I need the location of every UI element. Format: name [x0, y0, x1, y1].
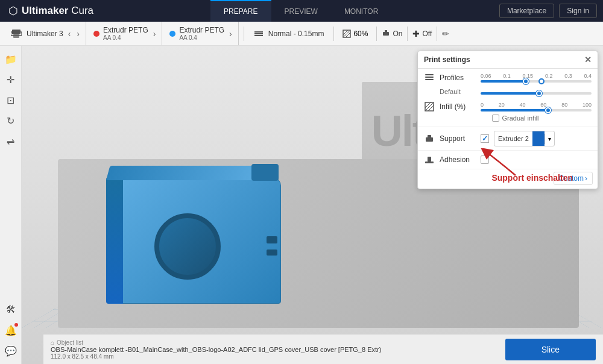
gradual-row: Gradual infill — [476, 115, 538, 122]
svg-rect-11 — [385, 30, 387, 33]
logo-text: Ultimaker Cura — [22, 5, 93, 17]
toolbar-divider5 — [437, 27, 437, 41]
infill-top: Infill (%) 0 20 40 60 80 100 — [424, 101, 592, 112]
infill-icon — [343, 30, 351, 38]
object-section: ⌂ Object list OBS-MainCase komplett -B01… — [51, 339, 381, 360]
toolbar: Ultimaker 3 ‹ › Extrudr PETG AA 0.4 › Ex… — [0, 22, 603, 46]
slice-button[interactable]: Slice — [505, 339, 596, 360]
extruder-dropdown-arrow[interactable]: ▾ — [545, 134, 554, 144]
extruder-dropdown[interactable]: Extruder 2 ▾ — [494, 131, 555, 146]
print-panel-header: Print settings ✕ — [418, 51, 598, 69]
support-icon — [382, 30, 390, 38]
toolbar-divider4 — [407, 27, 408, 41]
sidebar-mirror[interactable]: ⇌ — [2, 133, 19, 149]
printer-chevron-right[interactable]: › — [75, 29, 81, 39]
gradual-label: Gradual infill — [502, 115, 538, 122]
extruder1-chevron[interactable]: › — [152, 29, 157, 39]
main-area: 📁 ✛ ⊡ ↻ ⇌ 🛠 🔔 💬 Ultimake — [0, 46, 603, 364]
toolbar-divider3 — [376, 27, 377, 41]
default-row: Default — [418, 87, 598, 99]
support-checkbox[interactable]: ✓ — [481, 134, 489, 143]
status-bar: ⌂ Object list OBS-MainCase komplett -B01… — [43, 334, 603, 364]
profiles-label: Profiles — [440, 74, 476, 82]
printer-name: Ultimaker 3 — [27, 30, 63, 38]
edit-icon[interactable]: ✏ — [442, 29, 449, 39]
sidebar-rotate[interactable]: ↻ — [2, 112, 19, 129]
top-nav: ⬡ Ultimaker Cura PREPARE PREVIEW MONITOR… — [0, 0, 603, 22]
printer-icon[interactable] — [10, 27, 23, 40]
gradual-checkbox[interactable] — [492, 115, 499, 122]
sidebar-notification[interactable]: 🔔 — [2, 322, 19, 339]
profiles-thumb-left[interactable] — [523, 78, 529, 84]
extruder2-label: Extrudr PETG — [179, 26, 224, 34]
extruder2-chevron[interactable]: › — [228, 29, 233, 39]
printer-chevron[interactable]: ‹ — [67, 29, 72, 39]
object-dims: 112.0 x 82.5 x 48.4 mm — [51, 353, 381, 360]
object-name: OBS-MainCase komplett -B01_MainCase_with… — [51, 346, 381, 353]
svg-rect-19 — [426, 137, 433, 142]
profiles-fill — [481, 80, 525, 83]
sidebar-move[interactable]: ✛ — [2, 71, 19, 88]
profiles-track[interactable] — [481, 80, 592, 83]
sidebar-open-file[interactable]: 📁 — [2, 51, 19, 67]
default-slider-area — [481, 89, 592, 95]
svg-line-17 — [425, 102, 431, 108]
3d-object — [94, 159, 287, 304]
nav-tabs: PREPARE PREVIEW MONITOR — [210, 0, 391, 22]
extruder1-label: Extrudr PETG — [103, 26, 148, 34]
toolbar-divider2 — [333, 27, 334, 41]
notification-dot — [14, 323, 18, 327]
extruder1-sub: AA 0.4 — [103, 34, 148, 41]
viewport[interactable]: Ultimake Print settings ✕ — [22, 46, 603, 364]
default-thumb[interactable] — [536, 90, 542, 96]
svg-rect-1 — [13, 34, 19, 38]
marketplace-button[interactable]: Marketplace — [499, 4, 554, 18]
profiles-slider[interactable]: 0.06 0.1 0.15 0.2 0.3 0.4 — [481, 73, 592, 83]
tab-monitor[interactable]: MONITOR — [331, 0, 391, 22]
profiles-scale: 0.06 0.1 0.15 0.2 0.3 0.4 — [481, 73, 592, 79]
close-button[interactable]: ✕ — [584, 55, 592, 64]
svg-rect-13 — [425, 77, 434, 78]
adhesion-icon — [424, 154, 435, 165]
support-checkmark: ✓ — [482, 134, 488, 143]
quality-icon — [254, 29, 264, 39]
support-section: On — [382, 30, 402, 38]
default-track[interactable] — [481, 92, 592, 95]
infill-track[interactable] — [481, 109, 592, 111]
support-annotation: Support einschalten — [491, 172, 573, 183]
svg-rect-22 — [428, 157, 431, 162]
custom-btn-arrow: › — [585, 174, 587, 183]
infill-icon — [424, 101, 435, 112]
infill-slider[interactable]: 0 20 40 60 80 100 — [481, 102, 592, 111]
support-row-label: Support — [440, 134, 476, 143]
default-label: Default — [440, 88, 476, 95]
port1 — [267, 236, 277, 243]
left-sidebar: 📁 ✛ ⊡ ↻ ⇌ 🛠 🔔 💬 — [0, 46, 22, 364]
box-notch — [251, 164, 279, 181]
tab-preview[interactable]: PREVIEW — [271, 0, 331, 22]
sidebar-support[interactable]: 🛠 — [2, 301, 19, 318]
svg-line-9 — [346, 33, 350, 37]
extruder-dd-label: Extruder 2 — [494, 133, 532, 144]
support-row-icon — [424, 133, 435, 144]
infill-thumb[interactable] — [545, 107, 551, 113]
svg-rect-3 — [254, 31, 263, 33]
signin-button[interactable]: Sign in — [559, 4, 597, 18]
infill-percent: 60% — [353, 30, 368, 38]
tab-prepare[interactable]: PREPARE — [210, 0, 271, 22]
support-row: Support ✓ Extruder 2 ▾ — [418, 127, 598, 150]
infill-row: Infill (%) 0 20 40 60 80 100 — [418, 99, 598, 127]
quality-section: Normal - 0.15mm — [249, 29, 329, 39]
sidebar-notification2[interactable]: 💬 — [2, 342, 19, 359]
port2 — [267, 249, 277, 256]
extruder2-dot — [169, 31, 175, 37]
sidebar-scale[interactable]: ⊡ — [2, 92, 19, 108]
extruder1-info: Extrudr PETG AA 0.4 — [103, 26, 148, 41]
toolbar-divider — [244, 27, 244, 41]
svg-rect-14 — [425, 79, 434, 80]
adhesion-label: Adhesion — [440, 155, 476, 164]
profiles-row: Profiles 0.06 0.1 0.15 0.2 0.3 0.4 — [418, 69, 598, 87]
extruder1-section: Extrudr PETG AA 0.4 › — [89, 22, 162, 45]
profiles-thumb-right[interactable] — [538, 78, 545, 84]
extruder1-dot — [93, 31, 99, 37]
